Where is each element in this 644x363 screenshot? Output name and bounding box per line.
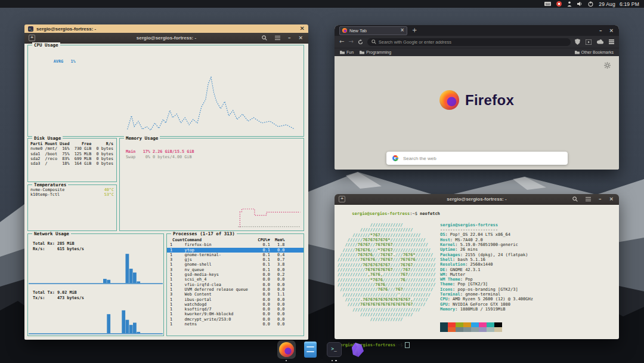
neofetch-info-line: Terminal: gnome-terminal <box>440 292 533 297</box>
neofetch-info-line: Uptime: 26 mins <box>440 247 533 252</box>
bookmarks-toolbar: Fun Programming Other Bookmarks <box>335 48 619 56</box>
neofetch-info-line: Icons: pop-os-branding [GTK2/3] <box>440 287 533 292</box>
cpu-usage-panel: CPU Usage AVRG 1% <box>27 45 304 137</box>
recording-indicator-icon[interactable] <box>556 1 562 7</box>
sidebar-icon[interactable] <box>586 39 592 45</box>
window-titlebar[interactable]: >_ sergio@sergios-fortress: - ✕ <box>24 24 308 33</box>
process-row[interactable]: 3 nv_queue 0.1 0.0 <box>167 267 304 272</box>
files-icon <box>304 342 317 358</box>
process-row[interactable]: 3 Web Content 0.0 1.1 <box>167 292 304 297</box>
back-button[interactable]: ← <box>339 39 344 45</box>
forward-button[interactable]: → <box>348 39 353 45</box>
network-tx-graph <box>29 301 163 334</box>
keyboard-indicator-icon[interactable] <box>544 2 551 6</box>
tab-title: New Tab <box>349 28 398 33</box>
network-rx-graph <box>29 251 163 284</box>
process-row[interactable]: 1 ytop 0.1 0.0 <box>167 248 304 253</box>
table-row: nvme0 /mnt/ 16% 730 GiB 0 bytes <box>30 146 114 151</box>
close-icon[interactable]: ✕ <box>300 26 305 32</box>
browser-tab[interactable]: New Tab × <box>339 26 407 35</box>
tab-close-icon[interactable]: × <box>400 28 404 33</box>
process-row[interactable]: 1 gsd-media-keys 0.0 0.2 <box>167 272 304 277</box>
process-row[interactable]: 1 UVM deferred release queue 0.0 0.0 <box>167 287 304 292</box>
close-button[interactable]: × <box>609 196 614 202</box>
folder-icon <box>360 50 364 54</box>
other-bookmarks[interactable]: Other Bookmarks <box>575 50 614 54</box>
process-table: CountCommand CPU%▼ Mem%1 firefox-bin 0.1… <box>167 234 304 327</box>
new-tab-button[interactable]: + <box>339 196 345 202</box>
process-row[interactable]: 3 gjs 0.1 0.7 <box>167 257 304 262</box>
search-icon[interactable] <box>262 35 267 41</box>
neofetch-info-line: GPU: NVIDIA GeForce GTX 1080 <box>440 302 533 307</box>
new-tab-button[interactable]: + <box>412 27 417 33</box>
firefox-icon <box>279 342 294 357</box>
url-bar[interactable]: Search with Google or enter address <box>367 38 571 46</box>
firefox-logo-icon <box>439 90 459 110</box>
shell-command-line: sergio@sergios-fortress:~$ neofetch <box>337 207 617 222</box>
process-row[interactable]: 1 dmcrypt_write/253:0 0.0 0.0 <box>167 317 304 322</box>
firefox-window: New Tab × + – × ← → Search with Google o… <box>335 25 619 170</box>
firefox-tab-bar: New Tab × + – × <box>335 25 619 36</box>
disk-table: Parti Mount Used Free R/snvme0 /mnt/ 16%… <box>28 139 116 166</box>
minimize-button[interactable]: – <box>599 196 602 202</box>
neofetch-info-line: CPU: AMD Ryzen 5 2600 (12) @ 3.400GHz <box>440 297 533 302</box>
ytop-terminal-window: >_ sergio@sergios-fortress: - ✕ + sergio… <box>24 24 308 340</box>
neofetch-info-line: Theme: Pop [GTK2/3] <box>440 282 533 287</box>
volume-icon[interactable] <box>577 1 583 7</box>
settings-gear-icon[interactable] <box>604 60 611 71</box>
temperatures-panel: Temperatures nvme-Composite40°Ck10temp-T… <box>27 184 117 231</box>
menu-icon[interactable] <box>275 35 280 41</box>
folder-icon <box>340 50 345 54</box>
bookmark-folder-programming[interactable]: Programming <box>360 50 391 54</box>
shield-icon[interactable] <box>575 39 580 45</box>
process-row[interactable]: 1 ksoftirqd/7 0.0 0.0 <box>167 307 304 312</box>
minimize-button[interactable]: – <box>599 28 602 33</box>
neofetch-info-line: WM Theme: Pop <box>440 277 533 282</box>
process-row[interactable]: 1 watchdogd 0.0 0.0 <box>167 302 304 307</box>
table-row: k10temp-Tctl53°C <box>30 192 114 197</box>
dock-item-terminal[interactable]: >_ <box>325 340 343 359</box>
top-bar: 29 Aug 6:19 PM <box>0 0 644 8</box>
new-tab-button[interactable]: + <box>29 35 35 41</box>
window-title: sergio@sergios-fortress: - <box>36 26 297 32</box>
neofetch-info-line: Kernel: 5.19.0-76051900-generic <box>440 242 533 247</box>
terminal-headerbar[interactable]: + sergio@sergios-fortress: - – × <box>24 33 308 44</box>
firefox-favicon-icon <box>342 28 347 33</box>
process-row[interactable]: 1 gnome-terminal- 0.1 0.4 <box>167 253 304 257</box>
minimize-button[interactable]: – <box>288 35 291 41</box>
search-icon[interactable] <box>572 196 578 202</box>
obsidian-icon <box>352 343 364 357</box>
process-row[interactable]: 1 scsi_eh_4 0.0 0.0 <box>167 277 304 282</box>
neofetch-info-line: Resolution: 2560x1440 <box>440 262 533 267</box>
close-button[interactable]: × <box>609 28 614 33</box>
sync-cloud-icon[interactable] <box>597 39 603 44</box>
menu-icon[interactable] <box>609 39 614 45</box>
folder-icon <box>575 50 580 54</box>
neofetch-info-block: sergio@sergios-fortress-----------------… <box>440 223 533 312</box>
neofetch-info-line: DE: GNOME 42.3.1 <box>440 267 533 272</box>
dock-item-obsidian[interactable] <box>349 340 367 359</box>
process-row[interactable]: 1 firefox-bin 0.1 1.8 <box>167 242 304 247</box>
web-search-input[interactable]: Search the web <box>386 152 568 165</box>
memory-graph <box>120 139 303 230</box>
clock[interactable]: 29 Aug 6:19 PM <box>599 1 639 7</box>
bookmark-folder-fun[interactable]: Fun <box>340 50 354 54</box>
power-icon[interactable] <box>588 1 593 7</box>
process-row[interactable]: 1 vfio-irqfd-clea 0.0 0.0 <box>167 282 304 287</box>
close-button[interactable]: × <box>298 35 303 41</box>
google-logo-icon <box>392 155 398 161</box>
terminal-color-palette <box>440 322 502 332</box>
dock: >_ <box>0 340 644 362</box>
terminal-headerbar[interactable]: + sergio@sergios-fortress: - – × <box>335 194 619 205</box>
sharing-icon[interactable] <box>567 1 572 7</box>
dock-item-firefox[interactable] <box>277 340 296 359</box>
table-row: nvme-Composite40°C <box>30 187 114 192</box>
process-row[interactable]: 1 netns 0.0 0.0 <box>167 322 304 327</box>
process-row[interactable]: 1 ibus-portal 0.0 0.0 <box>167 297 304 302</box>
dock-item-files[interactable] <box>301 340 320 359</box>
reload-icon[interactable] <box>358 39 363 45</box>
neofetch-info-line: Host: MS-7A40 2.0 <box>440 238 533 242</box>
process-row[interactable]: 1 gnome-shell 0.1 3.8 <box>167 262 304 267</box>
menu-icon[interactable] <box>586 196 591 202</box>
process-row[interactable]: 1 kworker/9:0H-kblockd 0.0 0.0 <box>167 312 304 316</box>
